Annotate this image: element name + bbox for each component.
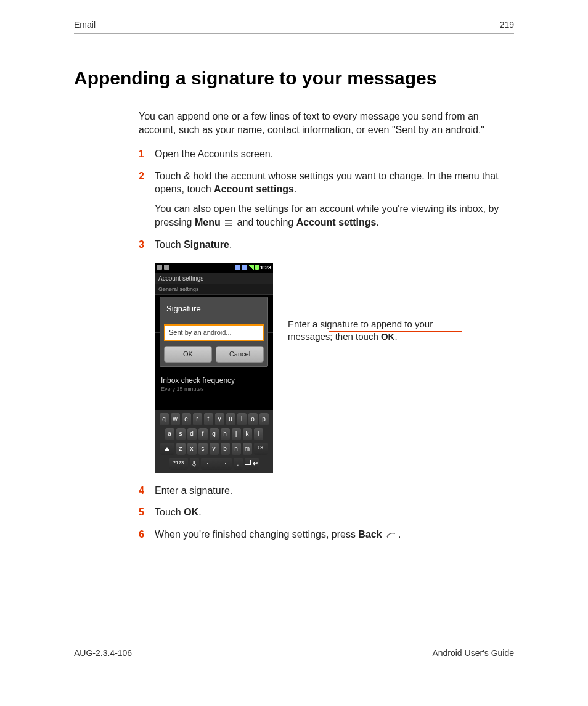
notification-icon bbox=[164, 265, 169, 270]
sync-icon bbox=[242, 265, 247, 270]
key-i[interactable]: i bbox=[237, 413, 247, 425]
clock: 1:23 bbox=[260, 264, 271, 271]
svg-rect-2 bbox=[225, 225, 232, 226]
page-footer: AUG-2.3.4-106 Android User's Guide bbox=[74, 648, 514, 658]
key-b[interactable]: b bbox=[221, 443, 230, 455]
symbols-key[interactable]: ?123 bbox=[169, 458, 188, 470]
doc-id: AUG-2.3.4-106 bbox=[74, 648, 132, 658]
back-icon bbox=[386, 528, 397, 542]
section-label: Email bbox=[74, 20, 96, 30]
callout-line bbox=[329, 331, 462, 332]
mic-key[interactable] bbox=[190, 458, 199, 470]
key-u[interactable]: u bbox=[226, 413, 235, 425]
key-o[interactable]: o bbox=[248, 413, 258, 425]
page-title: Appending a signature to your messages bbox=[74, 68, 514, 89]
signature-input[interactable]: Sent by an android... bbox=[164, 324, 264, 341]
page-header: Email 219 bbox=[74, 20, 514, 34]
key-p[interactable]: p bbox=[259, 413, 269, 425]
status-bar: 1:23 bbox=[155, 263, 273, 273]
battery-icon bbox=[255, 265, 259, 270]
signal-icon bbox=[248, 265, 254, 270]
ok-button[interactable]: OK bbox=[164, 346, 212, 363]
step-2: Touch & hold the account whose settings … bbox=[139, 170, 514, 229]
step-3: Touch Signature. bbox=[139, 238, 514, 473]
dialog-title: Signature bbox=[164, 301, 264, 320]
key-r[interactable]: r bbox=[193, 413, 202, 425]
page-number: 219 bbox=[500, 20, 514, 30]
svg-rect-0 bbox=[225, 220, 232, 221]
callout-text: Enter a signature to append to your mess… bbox=[288, 318, 433, 473]
notification-icon bbox=[157, 265, 162, 270]
period-key[interactable]: . bbox=[234, 458, 243, 470]
key-a[interactable]: a bbox=[165, 428, 174, 440]
space-key[interactable] bbox=[201, 458, 232, 470]
key-v[interactable]: v bbox=[210, 443, 219, 455]
key-t[interactable]: t bbox=[204, 413, 213, 425]
screen-subtitle: General settings bbox=[155, 284, 273, 295]
key-w[interactable]: w bbox=[171, 413, 180, 425]
key-k[interactable]: k bbox=[243, 428, 252, 440]
enter-key[interactable] bbox=[245, 458, 259, 470]
key-h[interactable]: h bbox=[221, 428, 230, 440]
svg-rect-4 bbox=[194, 466, 195, 467]
svg-rect-1 bbox=[225, 223, 232, 224]
step-6: When you're finished changing settings, … bbox=[139, 528, 514, 542]
inbox-frequency-item: Inbox check frequency Every 15 minutes bbox=[155, 372, 273, 396]
phone-screenshot: 1:23 Account settings General settings A… bbox=[155, 263, 273, 473]
screen-title: Account settings bbox=[155, 273, 273, 285]
step-5: Touch OK. bbox=[139, 506, 514, 519]
key-q[interactable]: q bbox=[160, 413, 169, 425]
key-c[interactable]: c bbox=[198, 443, 208, 455]
key-n[interactable]: n bbox=[232, 443, 241, 455]
cancel-button[interactable]: Cancel bbox=[216, 346, 264, 363]
key-s[interactable]: s bbox=[176, 428, 186, 440]
key-j[interactable]: j bbox=[232, 428, 241, 440]
key-d[interactable]: d bbox=[187, 428, 197, 440]
keyboard: qwertyuiop asdfghjkl zxcvbnm ⌫ ?123 bbox=[155, 410, 273, 473]
step-1: Open the Accounts screen. bbox=[139, 147, 514, 161]
key-y[interactable]: y bbox=[215, 413, 224, 425]
key-m[interactable]: m bbox=[243, 443, 252, 455]
doc-title: Android User's Guide bbox=[432, 648, 514, 658]
key-x[interactable]: x bbox=[187, 443, 197, 455]
gps-icon bbox=[235, 265, 240, 270]
backspace-key[interactable]: ⌫ bbox=[254, 443, 268, 455]
menu-icon bbox=[224, 216, 233, 230]
key-f[interactable]: f bbox=[198, 428, 208, 440]
step-4: Enter a signature. bbox=[139, 484, 514, 498]
key-g[interactable]: g bbox=[210, 428, 219, 440]
key-l[interactable]: l bbox=[254, 428, 263, 440]
key-e[interactable]: e bbox=[182, 413, 191, 425]
svg-rect-3 bbox=[194, 461, 195, 464]
key-z[interactable]: z bbox=[176, 443, 186, 455]
intro-paragraph: You can append one or a few lines of tex… bbox=[139, 110, 514, 136]
signature-dialog: Signature Sent by an android... OK Cance… bbox=[160, 297, 268, 367]
shift-key[interactable] bbox=[160, 443, 174, 455]
figure-row: 1:23 Account settings General settings A… bbox=[155, 263, 514, 473]
